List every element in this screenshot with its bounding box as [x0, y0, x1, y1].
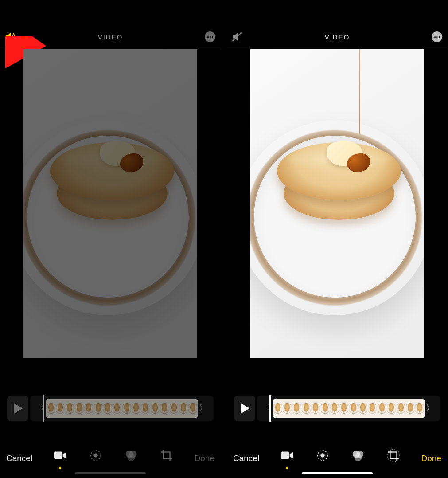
adjust-icon [89, 449, 102, 462]
playhead[interactable] [269, 395, 271, 422]
clip-thumb[interactable] [46, 399, 55, 418]
timeline: 〈 〉 [7, 396, 214, 421]
svg-rect-7 [163, 452, 170, 459]
svg-rect-9 [281, 452, 289, 459]
video-icon [54, 449, 67, 462]
more-icon [432, 31, 442, 42]
clip-thumb[interactable] [358, 399, 367, 418]
clip-thumb[interactable] [169, 399, 179, 418]
trim-end-handle[interactable]: 〉 [425, 402, 436, 415]
clip-thumb[interactable] [160, 399, 169, 418]
screen-sound-on: VIDEO 〈 〉 [0, 0, 221, 478]
svg-rect-15 [390, 452, 397, 459]
sound-toggle-button[interactable] [4, 31, 17, 43]
home-indicator [302, 472, 373, 474]
clip-thumb[interactable] [188, 399, 198, 418]
play-button[interactable] [7, 396, 28, 421]
adjust-icon [316, 449, 329, 462]
clip-thumb[interactable] [141, 399, 150, 418]
clip-frames[interactable] [46, 399, 198, 418]
video-preview[interactable] [0, 49, 221, 373]
clip-thumb[interactable] [93, 399, 103, 418]
speaker-on-icon [4, 31, 17, 42]
cancel-button[interactable]: Cancel [6, 454, 32, 463]
clip-thumb[interactable] [150, 399, 160, 418]
trim-start-handle[interactable]: 〈 [261, 402, 273, 415]
mode-title: VIDEO [98, 33, 123, 41]
editor-topbar: VIDEO [0, 25, 221, 49]
clip-thumb[interactable] [339, 399, 349, 418]
play-icon [240, 403, 249, 414]
clip-thumb[interactable] [349, 399, 358, 418]
filters-icon [125, 449, 138, 462]
mode-title: VIDEO [325, 33, 350, 41]
tab-filters[interactable] [350, 449, 366, 468]
more-button[interactable] [204, 31, 216, 43]
done-button[interactable]: Done [421, 454, 441, 463]
clip-thumb[interactable] [282, 399, 292, 418]
clip-thumb[interactable] [415, 399, 425, 418]
done-button[interactable]: Done [195, 454, 214, 463]
svg-point-11 [320, 453, 324, 457]
clip-thumb[interactable] [55, 399, 65, 418]
video-icon [280, 449, 294, 462]
clip-thumb[interactable] [292, 399, 301, 418]
svg-point-14 [354, 454, 362, 461]
clip-thumb[interactable] [405, 399, 415, 418]
clip-thumb[interactable] [84, 399, 93, 418]
clip-thumb[interactable] [273, 399, 282, 418]
video-frame [23, 49, 197, 358]
trim-start-handle[interactable]: 〈 [35, 402, 46, 415]
clip-thumb[interactable] [74, 399, 84, 418]
clip-thumb[interactable] [122, 399, 131, 418]
svg-point-6 [127, 454, 135, 461]
play-button[interactable] [234, 396, 255, 421]
tab-video[interactable] [279, 449, 295, 468]
tab-adjust[interactable] [315, 449, 331, 468]
clip-thumb[interactable] [377, 399, 386, 418]
tab-adjust[interactable] [88, 449, 104, 468]
tool-tabs [279, 449, 401, 468]
play-icon [13, 403, 23, 414]
svg-point-3 [93, 453, 97, 457]
clip-thumb[interactable] [131, 399, 140, 418]
home-indicator [75, 472, 146, 474]
crop-icon [160, 449, 173, 462]
clip-thumb[interactable] [387, 399, 396, 418]
video-frame [250, 49, 424, 358]
clip-strip[interactable]: 〈 〉 [30, 396, 214, 421]
tool-tabs [52, 449, 175, 468]
more-icon [205, 31, 215, 42]
clip-thumb[interactable] [301, 399, 311, 418]
clip-thumb[interactable] [103, 399, 112, 418]
clip-thumb[interactable] [65, 399, 74, 418]
clip-frames[interactable] [273, 399, 425, 418]
clip-thumb[interactable] [320, 399, 330, 418]
playhead[interactable] [43, 395, 44, 422]
clip-thumb[interactable] [330, 399, 339, 418]
trim-end-handle[interactable]: 〉 [198, 402, 209, 415]
cancel-button[interactable]: Cancel [233, 454, 259, 463]
tab-video[interactable] [52, 449, 68, 468]
clip-thumb[interactable] [396, 399, 405, 418]
more-button[interactable] [431, 31, 443, 43]
speaker-muted-icon [232, 31, 243, 42]
tab-crop[interactable] [386, 449, 401, 468]
clip-strip[interactable]: 〈 〉 [257, 396, 440, 421]
filters-icon [351, 449, 365, 462]
tab-crop[interactable] [159, 449, 175, 468]
tab-filters[interactable] [123, 449, 139, 468]
sound-toggle-button[interactable] [231, 31, 244, 43]
video-preview[interactable] [227, 49, 448, 373]
svg-point-16 [387, 449, 400, 462]
svg-rect-1 [54, 452, 62, 459]
timeline: 〈 〉 [234, 396, 440, 421]
clip-thumb[interactable] [368, 399, 377, 418]
editor-topbar: VIDEO [227, 25, 448, 49]
crop-icon [387, 449, 400, 462]
clip-thumb[interactable] [311, 399, 320, 418]
clip-thumb[interactable] [113, 399, 122, 418]
clip-thumb[interactable] [179, 399, 188, 418]
screen-sound-off: VIDEO 〈 〉 [227, 0, 448, 478]
